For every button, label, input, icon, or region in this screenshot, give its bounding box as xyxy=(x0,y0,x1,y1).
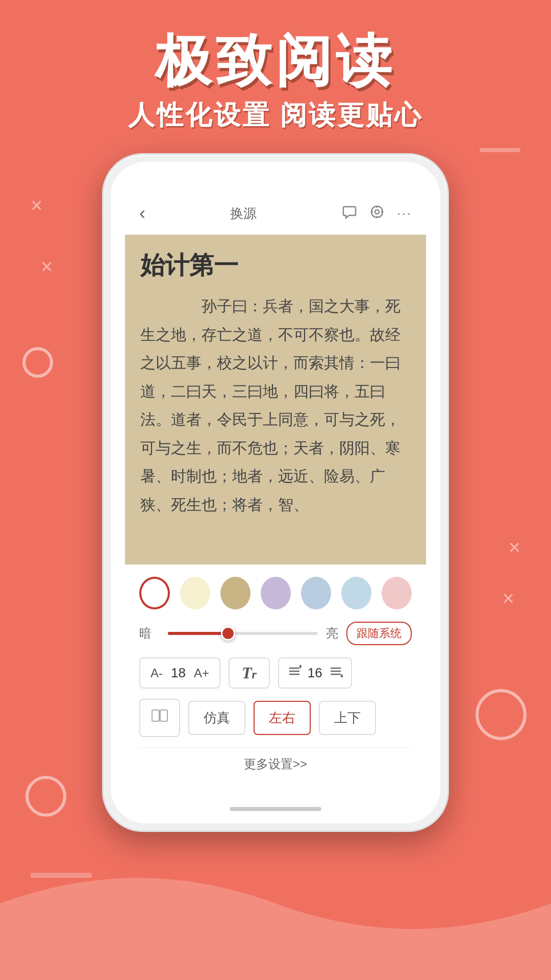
font-decrease-btn[interactable]: A- xyxy=(151,666,163,680)
deco-cross-2: × xyxy=(41,255,53,278)
swatch-cream[interactable] xyxy=(180,577,210,609)
settings-panel: 暗 亮 跟随系统 A- 18 A+ Tr xyxy=(125,565,426,793)
deco-cross-3: × xyxy=(509,536,520,559)
more-settings[interactable]: 更多设置>> xyxy=(139,747,412,780)
svg-point-1 xyxy=(375,210,379,214)
swatch-sky[interactable] xyxy=(341,577,371,609)
phone-screen: ‹ 换源 xyxy=(125,192,426,793)
main-title: 极致阅读 xyxy=(155,31,396,92)
font-size-control[interactable]: A- 18 A+ xyxy=(139,657,220,689)
deco-circle-1 xyxy=(22,347,53,378)
back-button[interactable]: ‹ xyxy=(139,203,145,224)
font-row: A- 18 A+ Tr xyxy=(139,657,412,689)
svg-rect-11 xyxy=(160,710,167,721)
swatch-blush[interactable] xyxy=(382,577,412,609)
brightness-slider[interactable] xyxy=(168,632,318,635)
slider-fill xyxy=(168,632,228,635)
reading-content: 孙子曰：兵者，国之大事，死生之地，存亡之道，不可不察也。故经之以五事，校之以计，… xyxy=(140,292,411,519)
swatch-lightblue[interactable] xyxy=(301,577,331,609)
line-spacing-value: 16 xyxy=(308,665,322,681)
top-bar: ‹ 换源 xyxy=(125,192,426,235)
bg-wave xyxy=(0,827,551,980)
phone-home-bar xyxy=(230,807,321,811)
line-spacing-down-icon xyxy=(329,664,343,682)
page-turn-row: 仿真 左右 上下 xyxy=(139,699,412,737)
more-icon[interactable]: ··· xyxy=(397,205,412,222)
top-bar-icons: ··· xyxy=(342,204,412,223)
deco-cross-4: × xyxy=(503,587,514,610)
page-turn-shangxia[interactable]: 上下 xyxy=(319,701,376,735)
slider-thumb[interactable] xyxy=(221,626,235,641)
font-style-control[interactable]: Tr xyxy=(229,657,270,689)
font-style-icon: Tr xyxy=(242,664,257,682)
book-flip-icon[interactable] xyxy=(139,699,180,737)
follow-system-button[interactable]: 跟随系统 xyxy=(346,622,412,645)
deco-circle-2 xyxy=(26,776,66,817)
swatch-white[interactable] xyxy=(139,577,170,609)
chat-icon[interactable] xyxy=(342,204,357,223)
font-increase-btn[interactable]: A+ xyxy=(194,666,209,680)
reading-area[interactable]: 始计第一 孙子曰：兵者，国之大事，死生之地，存亡之道，不可不察也。故经之以五事，… xyxy=(125,235,426,565)
swatch-tan[interactable] xyxy=(220,577,251,609)
font-size-value: 18 xyxy=(171,665,186,681)
svg-point-0 xyxy=(371,206,383,217)
swatch-lavender[interactable] xyxy=(261,577,291,609)
sub-title: 人性化设置 阅读更贴心 xyxy=(128,97,423,133)
line-spacing-control[interactable]: 16 xyxy=(278,657,352,689)
light-label: 亮 xyxy=(326,625,338,642)
deco-cross-1: × xyxy=(31,194,42,217)
chapter-title: 始计第一 xyxy=(140,249,411,282)
line-spacing-up-icon xyxy=(287,664,302,682)
source-title[interactable]: 换源 xyxy=(230,205,257,223)
svg-rect-10 xyxy=(152,710,159,721)
color-swatches xyxy=(139,577,412,609)
phone-inner: ‹ 换源 xyxy=(111,162,440,823)
deco-circle-3 xyxy=(475,689,527,740)
page-turn-fanzhen[interactable]: 仿真 xyxy=(188,701,245,735)
dark-label: 暗 xyxy=(139,625,160,642)
brightness-row: 暗 亮 跟随系统 xyxy=(139,622,412,645)
audio-icon[interactable] xyxy=(369,204,385,223)
page-turn-zuoyou[interactable]: 左右 xyxy=(254,701,311,735)
header-area: 极致阅读 人性化设置 阅读更贴心 xyxy=(0,0,551,163)
phone-mockup: ‹ 换源 xyxy=(102,153,449,832)
